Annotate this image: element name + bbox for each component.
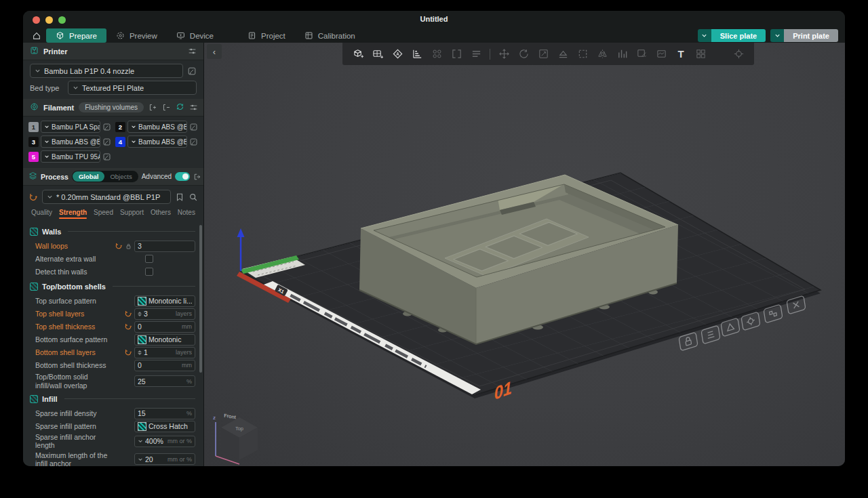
setting-row-bottom-surface-pattern: Bottom surface pattern Monotonic bbox=[30, 333, 195, 346]
process-section-title: Process bbox=[41, 173, 68, 181]
setting-unit: layers bbox=[176, 349, 192, 356]
printer-settings-icon[interactable] bbox=[188, 47, 197, 56]
filament-select[interactable]: Bambu ABS @BB... bbox=[127, 136, 187, 148]
preset-history-icon[interactable] bbox=[28, 192, 38, 202]
filament-select[interactable]: Bambu ABS @BB... bbox=[41, 136, 100, 148]
tab-calibration[interactable]: Calibration bbox=[295, 28, 365, 43]
detect-thin-walls-checkbox[interactable] bbox=[145, 268, 153, 276]
filament-section-title: Filament bbox=[43, 104, 74, 112]
scope-global[interactable]: Global bbox=[73, 171, 105, 182]
tab-others[interactable]: Others bbox=[151, 209, 171, 218]
filament-select[interactable]: Bambu ABS @BB... bbox=[127, 121, 187, 133]
tab-strength[interactable]: Strength bbox=[59, 209, 87, 218]
text-tool-icon[interactable]: T bbox=[675, 48, 687, 60]
color-painting-icon[interactable] bbox=[694, 48, 707, 60]
shells-section-header: Top/bottom shells bbox=[30, 278, 195, 294]
printer-preset-select[interactable]: Bambu Lab P1P 0.4 nozzle bbox=[30, 64, 183, 78]
infill-anchor-select[interactable]: 400%mm or % bbox=[134, 436, 195, 447]
lay-on-face-icon[interactable] bbox=[557, 48, 569, 60]
arrange-icon[interactable] bbox=[411, 48, 423, 60]
bed-type-select[interactable]: Textured PEI Plate bbox=[68, 81, 197, 95]
top-surface-pattern-select[interactable]: Monotonic li... bbox=[134, 295, 195, 307]
alternate-extra-wall-checkbox[interactable] bbox=[145, 255, 153, 263]
ams-sync-icon[interactable] bbox=[176, 102, 184, 114]
reset-icon[interactable] bbox=[124, 323, 132, 331]
save-preset-icon[interactable] bbox=[175, 192, 184, 202]
scale-icon[interactable] bbox=[537, 48, 549, 60]
wall-loops-input[interactable]: 3 bbox=[134, 241, 195, 252]
top-shell-layers-input[interactable]: 3layers bbox=[134, 308, 195, 320]
viewport-3d[interactable]: ‹ T bbox=[204, 43, 845, 466]
slice-options-dropdown[interactable] bbox=[698, 29, 711, 42]
merge-icon[interactable] bbox=[470, 48, 482, 60]
process-export-icon[interactable] bbox=[193, 173, 201, 181]
bottom-shell-thickness-input[interactable]: 0mm bbox=[134, 360, 195, 371]
collapse-sidebar-button[interactable]: ‹ bbox=[207, 44, 222, 59]
rotate-icon[interactable] bbox=[517, 48, 530, 60]
home-button[interactable] bbox=[27, 28, 46, 43]
assembly-view-icon[interactable] bbox=[732, 48, 745, 60]
chevron-down-icon bbox=[138, 457, 143, 462]
mirror-icon[interactable] bbox=[596, 48, 608, 60]
tab-notes[interactable]: Notes bbox=[178, 209, 195, 218]
tab-quality[interactable]: Quality bbox=[31, 209, 52, 218]
edit-filament-icon[interactable] bbox=[102, 138, 111, 146]
remove-filament-icon[interactable] bbox=[162, 103, 171, 112]
tab-support[interactable]: Support bbox=[120, 209, 144, 218]
setting-label: Top shell layers bbox=[30, 310, 115, 318]
seam-painting-icon[interactable] bbox=[655, 48, 667, 60]
tab-preview[interactable]: Preview bbox=[106, 28, 167, 43]
process-preset-select[interactable]: * 0.20mm Standard @BBL P1P bbox=[42, 190, 171, 204]
lock-icon[interactable] bbox=[125, 243, 132, 250]
edit-filament-icon[interactable] bbox=[189, 123, 198, 131]
spinner[interactable] bbox=[138, 350, 142, 355]
edit-printer-icon[interactable] bbox=[187, 66, 197, 76]
add-model-icon[interactable] bbox=[352, 48, 364, 60]
sparse-infill-density-input[interactable]: 15% bbox=[134, 408, 195, 419]
slice-plate-button[interactable]: Slice plate bbox=[711, 29, 766, 42]
tab-project[interactable]: Project bbox=[238, 28, 295, 43]
solid-infill-overlap-input[interactable]: 25% bbox=[134, 375, 195, 387]
tab-device[interactable]: Device bbox=[167, 28, 223, 43]
flushing-volumes-button[interactable]: Flushing volumes bbox=[79, 102, 144, 112]
support-painting-icon[interactable] bbox=[635, 48, 648, 60]
search-setting-icon[interactable] bbox=[189, 192, 198, 202]
print-plate-button[interactable]: Print plate bbox=[784, 29, 838, 42]
bottom-surface-pattern-select[interactable]: Monotonic bbox=[134, 334, 195, 346]
advanced-toggle[interactable] bbox=[175, 172, 190, 181]
tab-speed[interactable]: Speed bbox=[94, 209, 113, 218]
reset-icon[interactable] bbox=[115, 242, 123, 250]
top-shell-thickness-input[interactable]: 0mm bbox=[134, 321, 195, 333]
window-title: Untitled bbox=[23, 15, 845, 23]
filament-select[interactable]: Bambu TPU 95A ... bbox=[41, 150, 100, 163]
reset-icon[interactable] bbox=[124, 310, 132, 318]
reset-icon[interactable] bbox=[124, 348, 132, 356]
chevron-down-icon bbox=[47, 194, 53, 200]
print-options-dropdown[interactable] bbox=[770, 29, 784, 42]
add-filament-icon[interactable] bbox=[149, 103, 157, 112]
edit-filament-icon[interactable] bbox=[189, 138, 198, 146]
spinner[interactable] bbox=[138, 312, 142, 316]
select-icon[interactable] bbox=[576, 48, 589, 60]
cube-top-label: Top bbox=[235, 426, 243, 432]
edit-filament-icon[interactable] bbox=[102, 152, 111, 161]
setting-unit: mm bbox=[182, 323, 192, 330]
tab-prepare[interactable]: Prepare bbox=[46, 28, 106, 43]
walls-icon bbox=[30, 228, 38, 236]
nav-cube[interactable]: z x Top Front Right bbox=[213, 413, 258, 466]
setting-row-infill-anchor-max: Maximum length of the infill anchor 20mm… bbox=[30, 450, 195, 466]
settings-scrollbar[interactable] bbox=[199, 225, 202, 373]
split-to-objects-icon[interactable] bbox=[431, 48, 443, 60]
edit-filament-icon[interactable] bbox=[102, 123, 111, 131]
filament-settings-icon[interactable] bbox=[189, 103, 198, 112]
scope-objects[interactable]: Objects bbox=[104, 171, 137, 182]
sparse-infill-pattern-select[interactable]: Cross Hatch bbox=[134, 421, 195, 432]
filament-select[interactable]: Bambu PLA Sparkle bbox=[41, 121, 100, 133]
variable-layer-height-icon[interactable] bbox=[616, 48, 628, 60]
bottom-shell-layers-input[interactable]: 1layers bbox=[134, 347, 195, 358]
add-plate-icon[interactable] bbox=[372, 48, 384, 60]
split-to-parts-icon[interactable] bbox=[450, 48, 462, 60]
move-icon[interactable] bbox=[498, 48, 510, 60]
infill-anchor-max-select[interactable]: 20mm or % bbox=[134, 453, 195, 465]
auto-orient-icon[interactable] bbox=[391, 48, 403, 60]
